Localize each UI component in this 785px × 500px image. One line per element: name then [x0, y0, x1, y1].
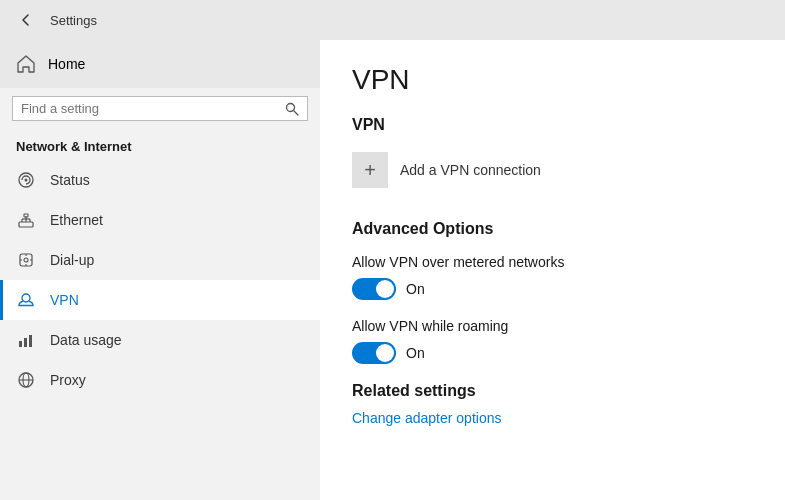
- ethernet-label: Ethernet: [50, 212, 103, 228]
- option2-toggle[interactable]: [352, 342, 396, 364]
- dialup-label: Dial-up: [50, 252, 94, 268]
- option2-label: Allow VPN while roaming: [352, 318, 753, 334]
- sidebar-section-label: Network & Internet: [0, 129, 320, 160]
- search-box[interactable]: [12, 96, 308, 121]
- sidebar-item-dialup[interactable]: Dial-up: [0, 240, 320, 280]
- svg-rect-14: [24, 338, 27, 347]
- back-icon: [19, 13, 33, 27]
- sidebar-item-home[interactable]: Home: [0, 40, 320, 88]
- home-icon: [16, 54, 36, 74]
- sidebar-item-status[interactable]: Status: [0, 160, 320, 200]
- svg-line-1: [294, 111, 298, 115]
- page-title: VPN: [352, 64, 753, 96]
- search-container: [0, 88, 320, 129]
- related-settings-title: Related settings: [352, 382, 753, 400]
- sidebar-item-data-usage[interactable]: Data usage: [0, 320, 320, 360]
- sidebar-item-vpn[interactable]: VPN: [0, 280, 320, 320]
- search-input[interactable]: [21, 101, 279, 116]
- vpn-section-title: VPN: [352, 116, 753, 134]
- search-icon: [285, 102, 299, 116]
- plus-icon: +: [352, 152, 388, 188]
- sidebar-item-ethernet[interactable]: Ethernet: [0, 200, 320, 240]
- advanced-options-title: Advanced Options: [352, 220, 753, 238]
- option1-state: On: [406, 281, 425, 297]
- vpn-label: VPN: [50, 292, 79, 308]
- vpn-icon: [16, 290, 36, 310]
- title-bar: Settings: [0, 0, 785, 40]
- svg-point-11: [24, 258, 28, 262]
- svg-rect-10: [24, 214, 28, 217]
- status-icon: [16, 170, 36, 190]
- svg-point-0: [287, 103, 295, 111]
- svg-rect-13: [19, 341, 22, 347]
- add-vpn-label: Add a VPN connection: [400, 162, 541, 178]
- option2-state: On: [406, 345, 425, 361]
- option1-toggle-row: On: [352, 278, 753, 300]
- ethernet-icon: [16, 210, 36, 230]
- option1-toggle[interactable]: [352, 278, 396, 300]
- option1-label: Allow VPN over metered networks: [352, 254, 753, 270]
- option2-toggle-row: On: [352, 342, 753, 364]
- proxy-label: Proxy: [50, 372, 86, 388]
- change-adapter-link[interactable]: Change adapter options: [352, 410, 753, 426]
- add-vpn-button[interactable]: + Add a VPN connection: [352, 148, 541, 192]
- svg-rect-15: [29, 335, 32, 347]
- sidebar: Home Network & Internet: [0, 40, 320, 500]
- sidebar-item-proxy[interactable]: Proxy: [0, 360, 320, 400]
- back-button[interactable]: [12, 6, 40, 34]
- svg-point-12: [22, 294, 30, 302]
- main-layout: Home Network & Internet: [0, 40, 785, 500]
- data-usage-label: Data usage: [50, 332, 122, 348]
- dialup-icon: [16, 250, 36, 270]
- proxy-icon: [16, 370, 36, 390]
- status-label: Status: [50, 172, 90, 188]
- data-usage-icon: [16, 330, 36, 350]
- home-label: Home: [48, 56, 85, 72]
- svg-rect-4: [19, 222, 33, 227]
- window-title: Settings: [50, 13, 97, 28]
- content-area: VPN VPN + Add a VPN connection Advanced …: [320, 40, 785, 500]
- svg-point-3: [25, 179, 28, 182]
